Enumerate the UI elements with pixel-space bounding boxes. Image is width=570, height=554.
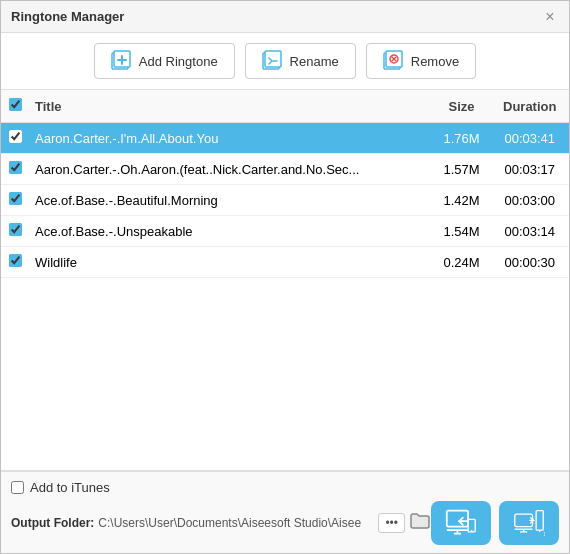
row-duration: 00:03:41 [490,123,569,154]
row-checkbox[interactable] [9,192,22,205]
row-duration: 00:03:14 [490,216,569,247]
output-path-text: C:\Users\User\Documents\Aiseesoft Studio… [98,516,374,530]
row-size: 1.57M [433,154,491,185]
toolbar: Add Ringtone Rename [1,33,569,90]
header-checkbox-cell [1,90,29,123]
remove-button[interactable]: Remove [366,43,476,79]
ringtone-manager-window: Ringtone Manager × Add Ringtone [0,0,570,554]
table-row[interactable]: Ace.of.Base.-.Beautiful.Morning1.42M00:0… [1,185,569,216]
row-duration: 00:00:30 [490,247,569,278]
row-size: 1.42M [433,185,491,216]
action-buttons: › [431,501,559,545]
output-folder-row: Output Folder: C:\Users\User\Documents\A… [11,501,559,545]
rename-button[interactable]: Rename [245,43,356,79]
row-checkbox[interactable] [9,130,22,143]
remove-label: Remove [411,54,459,69]
header-title: Title [29,90,433,123]
remove-icon [383,50,405,72]
svg-rect-5 [265,51,281,67]
row-duration: 00:03:17 [490,154,569,185]
row-title: Aaron.Carter.-.I'm.All.About.You [29,123,433,154]
export-to-device-button[interactable]: › [499,501,559,545]
table-row[interactable]: Aaron.Carter.-.Oh.Aaron.(feat..Nick.Cart… [1,154,569,185]
table-row[interactable]: Ace.of.Base.-.Unspeakable1.54M00:03:14 [1,216,569,247]
dots-button[interactable]: ••• [378,513,405,533]
row-checkbox[interactable] [9,223,22,236]
close-button[interactable]: × [541,8,559,26]
svg-rect-12 [447,511,468,527]
row-checkbox-cell [1,154,29,185]
svg-rect-16 [468,519,475,531]
select-all-checkbox[interactable] [9,98,22,111]
ringtone-table-area: Title Size Duration Aaron.Carter.-.I'm.A… [1,90,569,471]
output-folder-label: Output Folder: [11,516,94,530]
table-row[interactable]: Aaron.Carter.-.I'm.All.About.You1.76M00:… [1,123,569,154]
row-checkbox[interactable] [9,161,22,174]
row-checkbox[interactable] [9,254,22,267]
header-size: Size [433,90,491,123]
device-to-pc-button[interactable] [431,501,491,545]
row-title: Wildlife [29,247,433,278]
row-size: 1.76M [433,123,491,154]
output-folder-area: Output Folder: C:\Users\User\Documents\A… [11,512,431,534]
row-duration: 00:03:00 [490,185,569,216]
table-header-row: Title Size Duration [1,90,569,123]
svg-text:›: › [543,529,545,539]
add-to-itunes-checkbox[interactable] [11,481,24,494]
row-title: Ace.of.Base.-.Beautiful.Morning [29,185,433,216]
window-title: Ringtone Manager [11,9,124,24]
svg-rect-19 [536,511,543,531]
rename-icon [262,50,284,72]
table-row[interactable]: Wildlife0.24M00:00:30 [1,247,569,278]
add-ringtone-icon [111,50,133,72]
add-ringtone-label: Add Ringtone [139,54,218,69]
row-size: 1.54M [433,216,491,247]
footer: Add to iTunes Output Folder: C:\Users\Us… [1,471,569,553]
row-title: Aaron.Carter.-.Oh.Aaron.(feat..Nick.Cart… [29,154,433,185]
row-checkbox-cell [1,216,29,247]
row-checkbox-cell [1,123,29,154]
header-duration: Duration [490,90,569,123]
add-to-itunes-label[interactable]: Add to iTunes [30,480,110,495]
row-size: 0.24M [433,247,491,278]
row-title: Ace.of.Base.-.Unspeakable [29,216,433,247]
row-checkbox-cell [1,185,29,216]
rename-label: Rename [290,54,339,69]
title-bar: Ringtone Manager × [1,1,569,33]
ringtone-table: Title Size Duration Aaron.Carter.-.I'm.A… [1,90,569,278]
row-checkbox-cell [1,247,29,278]
add-ringtone-button[interactable]: Add Ringtone [94,43,235,79]
folder-browse-button[interactable] [409,512,431,534]
add-to-itunes-row: Add to iTunes [11,480,559,495]
